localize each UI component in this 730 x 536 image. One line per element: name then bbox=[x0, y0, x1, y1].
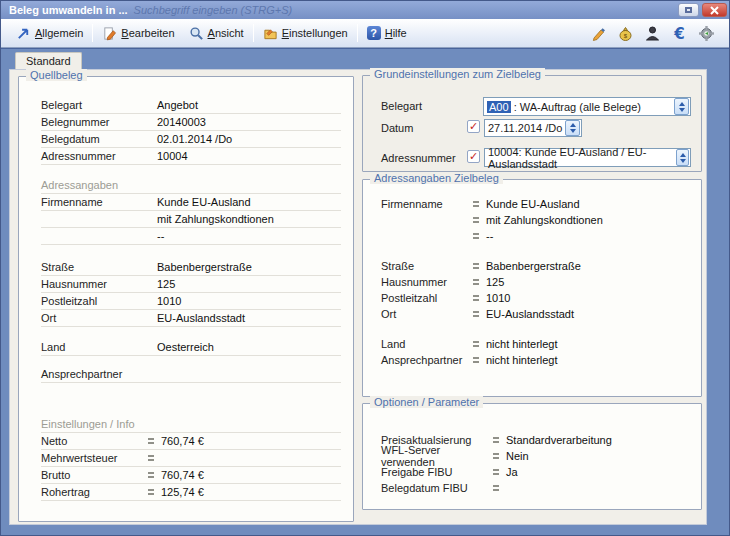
label-zielbeleg-adressnummer: Adressnummer bbox=[381, 152, 456, 164]
arrow-up-right-icon bbox=[16, 26, 31, 41]
field-row-belegnummer: Belegnummer20140003 bbox=[41, 114, 341, 131]
target-row-land: Landnicht hinterlegt bbox=[381, 336, 691, 352]
menu-item-ansicht[interactable]: Ansicht bbox=[182, 24, 251, 43]
belegart-spinner[interactable] bbox=[674, 98, 689, 115]
spin-up-icon bbox=[679, 102, 685, 106]
belegart-selected-code: A00 bbox=[487, 101, 511, 113]
equals-status-icon bbox=[148, 489, 154, 495]
adressnummer-spinner[interactable] bbox=[676, 149, 689, 166]
field-row-firmenname: FirmennameKunde EU-Ausland bbox=[41, 194, 341, 211]
option-row-wfl-server: WFL-Server verwendenNein bbox=[381, 448, 691, 464]
equals-status-icon bbox=[148, 438, 154, 444]
window-title: Beleg umwandeln in ... bbox=[9, 4, 128, 16]
settings-folder-icon bbox=[263, 26, 278, 41]
field-row-adressnummer: Adressnummer10004 bbox=[41, 148, 341, 165]
adressnummer-value: 10004: Kunde EU-Ausland / EU-Auslandssta… bbox=[488, 146, 676, 170]
datum-value: 27.11.2014 /Do bbox=[488, 122, 562, 134]
target-row-firmenname-3: -- bbox=[381, 228, 691, 244]
field-row-belegdatum: Belegdatum02.01.2014 /Do bbox=[41, 131, 341, 148]
spin-down-icon bbox=[570, 129, 576, 133]
equals-status-icon bbox=[473, 295, 479, 301]
datum-field[interactable]: 27.11.2014 /Do bbox=[484, 119, 582, 137]
menu-separator bbox=[253, 24, 254, 42]
field-row-mehrwertsteuer: Mehrwertsteuer bbox=[41, 450, 341, 467]
groupbox-optionen-parameter: Optionen / Parameter PreisaktualsierungS… bbox=[362, 403, 702, 510]
equals-status-icon bbox=[473, 357, 479, 363]
tab-standard[interactable]: Standard bbox=[15, 52, 82, 70]
label-zielbeleg-belegart: Belegart bbox=[381, 100, 422, 112]
groupbox-grundeinstellungen-title: Grundeinstellungen zum Zielbeleg bbox=[370, 68, 545, 80]
signature-pen-icon[interactable] bbox=[589, 24, 607, 42]
spin-up-icon bbox=[680, 153, 686, 157]
equals-status-icon bbox=[473, 311, 479, 317]
window-body: Standard Quellbeleg BelegartAngebot Bele… bbox=[1, 48, 730, 536]
adressnummer-combobox[interactable]: 10004: Kunde EU-Ausland / EU-Auslandssta… bbox=[484, 148, 691, 167]
target-row-postleitzahl: Postleitzahl1010 bbox=[381, 290, 691, 306]
target-row-firmenname-2: mit Zahlungskondtionen bbox=[381, 212, 691, 228]
spin-down-icon bbox=[679, 108, 685, 112]
euro-icon[interactable]: € bbox=[670, 24, 688, 42]
menu-item-hilfe[interactable]: ? Hilfe bbox=[360, 24, 414, 42]
datum-spinner[interactable] bbox=[565, 120, 580, 136]
equals-status-icon bbox=[148, 455, 154, 461]
app-window: Beleg umwandeln in ... Suchbegriff einge… bbox=[0, 0, 730, 536]
menu-separator bbox=[92, 24, 93, 42]
menu-bar: Allgemein Bearbeiten Ansicht Einstellung… bbox=[1, 19, 730, 48]
section-header-adressangaben: Adressangaben bbox=[41, 177, 341, 194]
equals-status-icon bbox=[473, 217, 479, 223]
menu-item-einstellungen[interactable]: Einstellungen bbox=[256, 24, 355, 43]
person-icon[interactable] bbox=[643, 24, 661, 42]
field-row-brutto: Brutto760,74 € bbox=[41, 467, 341, 484]
gear-icon[interactable] bbox=[697, 24, 715, 42]
field-row-land: LandOesterreich bbox=[41, 339, 341, 356]
equals-status-icon bbox=[473, 279, 479, 285]
maximize-icon bbox=[685, 7, 692, 13]
groupbox-optionen-parameter-title: Optionen / Parameter bbox=[370, 396, 483, 408]
groupbox-quellbeleg: Quellbeleg BelegartAngebot Belegnummer20… bbox=[18, 76, 354, 522]
spin-down-icon bbox=[680, 159, 686, 163]
target-row-ort: OrtEU-Auslandsstadt bbox=[381, 306, 691, 322]
groupbox-adressangaben-zielbeleg-title: Adressangaben Zielbeleg bbox=[370, 172, 503, 184]
svg-text:€: € bbox=[673, 25, 684, 42]
equals-status-icon bbox=[473, 233, 479, 239]
groupbox-quellbeleg-title: Quellbeleg bbox=[26, 69, 87, 81]
money-bag-icon[interactable]: $ bbox=[616, 24, 634, 42]
field-row-strasse: StraßeBabenbergerstraße bbox=[41, 259, 341, 276]
option-row-freigabe-fibu: Freigabe FIBUJa bbox=[381, 464, 691, 480]
field-row-firmenname-2: mit Zahlungskondtionen bbox=[41, 211, 341, 228]
label-zielbeleg-datum: Datum bbox=[381, 122, 413, 134]
field-row-ort: OrtEU-Auslandsstadt bbox=[41, 310, 341, 327]
equals-status-icon bbox=[473, 201, 479, 207]
field-row-netto: Netto760,74 € bbox=[41, 433, 341, 450]
belegart-combobox[interactable]: A00 : WA-Auftrag (alle Belege) bbox=[483, 97, 691, 116]
content-panel: Quellbeleg BelegartAngebot Belegnummer20… bbox=[9, 69, 707, 525]
menu-item-allgemein[interactable]: Allgemein bbox=[9, 24, 90, 43]
adressnummer-checkbox[interactable]: ✓ bbox=[467, 150, 480, 163]
equals-status-icon bbox=[493, 469, 499, 475]
equals-status-icon bbox=[493, 485, 499, 491]
equals-status-icon bbox=[493, 453, 499, 459]
menu-item-bearbeiten[interactable]: Bearbeiten bbox=[95, 24, 181, 43]
close-button[interactable] bbox=[702, 3, 727, 17]
titlebar-search-hint[interactable]: Suchbegriff eingeben (STRG+S) bbox=[134, 4, 293, 16]
field-row-postleitzahl: Postleitzahl1010 bbox=[41, 293, 341, 310]
field-row-hausnummer: Hausnummer125 bbox=[41, 276, 341, 293]
groupbox-adressangaben-zielbeleg: Adressangaben Zielbeleg FirmennameKunde … bbox=[362, 179, 702, 397]
maximize-button[interactable] bbox=[678, 3, 699, 17]
option-row-belegdatum-fibu: Belegdatum FIBU bbox=[381, 480, 691, 496]
target-row-ansprechpartner: Ansprechpartnernicht hinterlegt bbox=[381, 352, 691, 368]
equals-status-icon bbox=[473, 263, 479, 269]
groupbox-grundeinstellungen: Grundeinstellungen zum Zielbeleg Belegar… bbox=[362, 75, 702, 172]
target-row-strasse: StraßeBabenbergerstraße bbox=[381, 258, 691, 274]
equals-status-icon bbox=[493, 437, 499, 443]
title-bar: Beleg umwandeln in ... Suchbegriff einge… bbox=[1, 1, 730, 19]
datum-checkbox[interactable]: ✓ bbox=[467, 120, 480, 133]
field-row-rohertrag: Rohertrag125,74 € bbox=[41, 484, 341, 501]
menu-separator bbox=[357, 24, 358, 42]
target-row-firmenname: FirmennameKunde EU-Ausland bbox=[381, 196, 691, 212]
equals-status-icon bbox=[473, 341, 479, 347]
field-row-firmenname-3: -- bbox=[41, 228, 341, 245]
belegart-text: : WA-Auftrag (alle Belege) bbox=[511, 101, 641, 113]
help-icon: ? bbox=[367, 26, 381, 40]
magnifier-icon bbox=[189, 26, 204, 41]
